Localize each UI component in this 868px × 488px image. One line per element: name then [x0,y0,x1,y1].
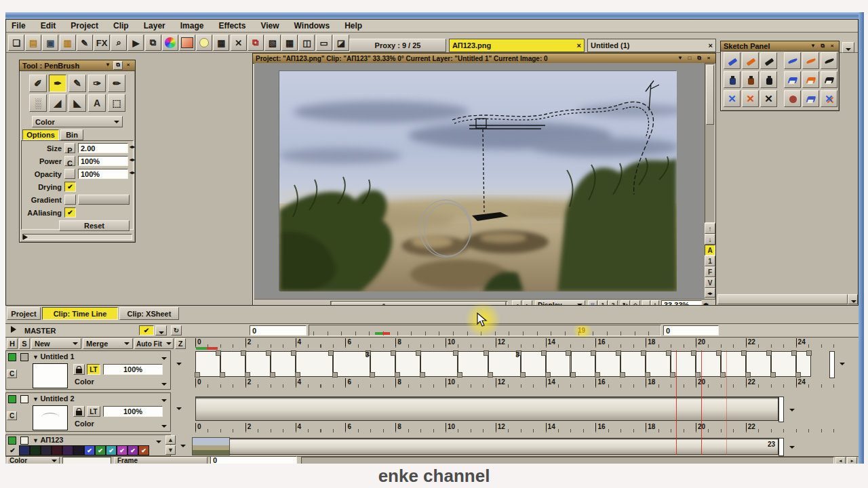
quill-tool[interactable]: ✏ [108,75,125,92]
sketch-eraser-soft-blue[interactable] [802,90,819,107]
frame-cell[interactable] [771,351,796,377]
reset-button[interactable]: Reset [59,220,130,231]
track1-ruler[interactable]: 024681012141618202224 [5,378,859,388]
palette-swatch[interactable]: ✔ [127,445,138,455]
palette-swatch[interactable] [62,445,73,455]
power-key-button[interactable]: C [64,156,75,166]
master-start-input[interactable]: 0 [250,325,307,336]
frame-cell[interactable] [546,351,571,377]
tab-document-active[interactable]: АП123.png × [449,39,585,52]
size-key-button[interactable]: P [64,143,75,153]
power-input[interactable]: 100% [78,156,128,166]
frame-cell[interactable]: 3 [488,351,521,377]
palette-swatch[interactable]: ✔ [84,445,95,455]
sketch-x-orange[interactable]: ✕ [742,90,759,107]
grid-icon[interactable]: ▦ [213,35,229,51]
frame-cell[interactable] [458,351,488,377]
dock-icon[interactable]: ⧉ [695,55,703,62]
sketch-stroke-orange[interactable] [802,52,819,69]
palette-swatch[interactable] [73,445,84,455]
frame-cell[interactable] [620,351,646,377]
frame-cell[interactable] [370,351,395,377]
tab-clip-xsheet[interactable]: Clip: XSheet [119,307,179,320]
frame-cell[interactable] [521,351,546,377]
split-view-icon[interactable]: ◫ [298,35,315,51]
slider-handle[interactable] [23,235,28,240]
frame-cell[interactable] [220,351,245,377]
monitor-icon[interactable]: ▭ [316,35,332,51]
frame-cell[interactable] [746,351,771,377]
master-checkbox[interactable]: ✔ [139,325,154,336]
canvas-side-↑-button[interactable]: ↑ [705,223,715,234]
frame-cell[interactable] [646,351,671,377]
close-icon[interactable]: × [705,55,713,62]
master-cycle-button[interactable]: ↻ [171,325,182,336]
opacity-key-button[interactable] [64,169,75,179]
layers-icon[interactable]: ⧉ [145,35,161,51]
sketch-ink-black[interactable] [760,71,777,88]
color-wheel-icon[interactable] [162,35,178,51]
menu-edit[interactable]: Edit [41,21,56,30]
canvas-side-f-button[interactable]: F [705,266,715,277]
sketch-stroke-black[interactable] [821,52,837,69]
track2-frames-bar[interactable] [195,396,778,421]
gradient-bar[interactable] [78,195,130,205]
sketch-x-blue-orange[interactable]: ✕ [821,90,837,107]
layer3-menu-dropdown[interactable] [153,435,163,445]
layer3-visible-toggle[interactable] [8,436,16,445]
canvas-side-1-button[interactable]: 1 [705,256,715,266]
layer2-opacity-input[interactable]: 100% [103,406,163,417]
gradient-icon[interactable] [179,35,195,51]
track2-expander[interactable] [174,402,183,411]
sketch-pencil-orange[interactable] [742,52,759,69]
sketch-x-black[interactable]: ✕ [760,90,777,107]
sketch-eraser-blue[interactable] [784,71,801,88]
sketch-eraser-orange[interactable] [802,71,819,88]
opacity-stepper[interactable]: ◂▸ [130,169,135,176]
collapse-icon[interactable]: ▼ [676,55,684,62]
pen-tool[interactable]: ✒ [49,75,66,92]
track1-end-cap[interactable] [829,351,835,378]
master-end-input[interactable]: 0 [663,325,719,336]
palette-lead-check[interactable]: ✔ [7,446,18,455]
track3-end-cap[interactable] [778,438,784,456]
track2-end-cap[interactable] [778,396,784,422]
open-folder-icon[interactable]: ▤ [25,35,41,51]
layer2-menu-dropdown[interactable] [159,394,168,403]
collapse-icon[interactable]: ▼ [809,43,817,49]
menu-layer[interactable]: Layer [144,21,165,30]
close-icon[interactable]: × [124,62,132,69]
tab-document-untitled[interactable]: Untitled (1) × [587,39,716,52]
palette-swatch[interactable]: ✔ [106,445,117,455]
menu-clip[interactable]: Clip [113,21,129,30]
light-icon[interactable] [196,35,212,51]
gradient-checkbox[interactable] [64,195,76,205]
menu-image[interactable]: Image [180,21,204,30]
image-display-icon[interactable]: ▧ [264,35,281,51]
canvas-image[interactable] [279,70,676,291]
size-stepper[interactable]: ◂▸ [130,144,135,150]
palette-swatch[interactable] [30,445,41,455]
new-document-icon[interactable]: ❏ [8,35,24,51]
track3-end-dropdown[interactable] [787,441,796,450]
layer-move-down-button[interactable]: ▼ [165,445,176,455]
sketch-round-eraser-red[interactable] [784,90,801,107]
fx-icon[interactable]: FX [94,35,110,51]
track3-expander[interactable] [178,439,187,449]
layer2-visible-toggle[interactable] [8,395,16,403]
close-icon[interactable]: × [828,43,836,49]
track2-end-dropdown[interactable] [787,403,796,413]
layer2-c-button[interactable]: C [7,411,17,420]
frame-cell[interactable] [245,351,271,377]
vscroll-thumb[interactable] [706,65,714,125]
canvas-side-a-button[interactable]: A [705,245,715,256]
tool-panel-slider[interactable] [22,234,132,240]
tab-close-icon[interactable]: × [709,41,713,49]
frame-cell[interactable] [696,351,721,377]
smudge-tool[interactable]: ◢ [49,94,66,112]
panel-stack-dropdown[interactable] [842,42,854,53]
draw-pen-icon[interactable]: ◪ [333,35,349,51]
save-icon[interactable]: ▣ [42,35,58,51]
master-expander[interactable] [11,326,16,333]
zoom-tool-icon[interactable]: ⌕ [111,35,127,51]
